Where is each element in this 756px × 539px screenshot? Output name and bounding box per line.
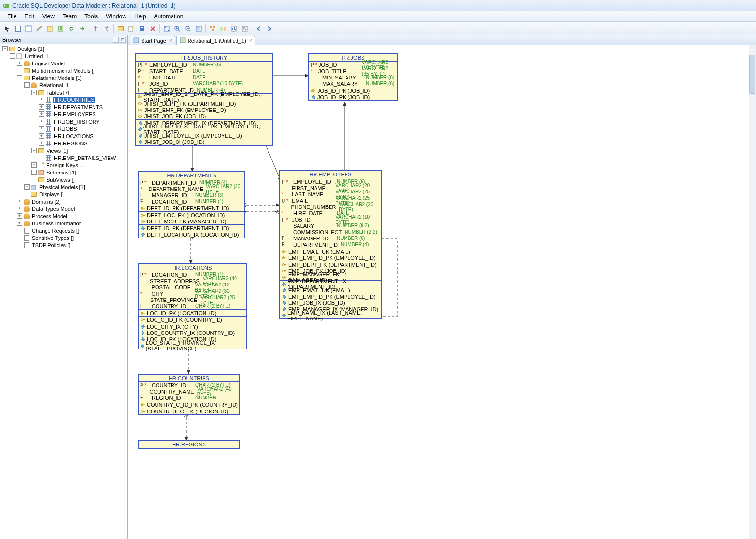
tree-physical-models-1-[interactable]: +Physical Models [1] [0,183,127,190]
entity-countries[interactable]: HR.COUNTRIESP *COUNTRY_IDCHAR (2 BYTE)CO… [138,374,240,415]
new-note-icon[interactable] [45,24,55,33]
vertical-scrollbar[interactable] [749,45,756,539]
tree-domains-2-[interactable]: +Domains [2] [0,198,127,205]
tree-relational-models-1-[interactable]: –Relational Models [1] [0,74,127,81]
forward-icon[interactable] [265,24,274,33]
tree-relational-1[interactable]: –Relational_1 [0,81,127,89]
entity-regions[interactable]: HR.REGIONS [138,440,240,449]
entity-job_history[interactable]: HR.JOB_HISTORYPF *EMPLOYEE_IDNUMBER (6)P… [135,53,273,146]
expander-icon[interactable]: – [24,82,30,88]
tree-hr-countries[interactable]: +HR.COUNTRIES [0,96,127,103]
tree-hr-locations[interactable]: +HR.LOCATIONS [0,132,127,140]
zoom-fit-icon[interactable] [162,24,172,33]
new-table-icon[interactable] [13,24,23,33]
sync-icon[interactable] [66,24,76,33]
entity-employees[interactable]: HR.EMPLOYEESP *EMPLOYEE_IDNUMBER (6)FIRS… [279,170,382,319]
expander-icon[interactable]: – [2,46,8,51]
tree-tables-7-[interactable]: –Tables [7] [0,89,127,96]
diagram-area[interactable]: HR.JOB_HISTORYPF *EMPLOYEE_IDNUMBER (6)P… [128,45,756,539]
menu-edit[interactable]: Edit [20,12,38,21]
new-view-icon[interactable] [24,24,33,33]
browser-tree[interactable]: –Designs [1]–Untitled_1+Logical ModelMul… [0,44,127,539]
tree-business-information[interactable]: +Business Information [0,220,127,227]
scroll-thumb[interactable] [749,55,755,94]
tree-hr-emp-details-view[interactable]: HR.EMP_DETAILS_VIEW [0,154,127,161]
zoom-in-icon[interactable] [173,24,182,33]
expander-icon[interactable]: + [39,119,44,124]
expander-icon[interactable]: + [39,111,44,117]
redo-icon[interactable] [102,24,111,33]
expander-icon[interactable]: + [17,199,22,204]
close-tab-icon[interactable]: × [169,38,172,43]
pointer-icon[interactable] [2,24,12,33]
back-icon[interactable] [254,24,264,33]
menu-window[interactable]: Window [102,12,130,21]
expander-icon[interactable]: + [39,141,44,146]
new-fk-icon[interactable] [34,24,44,33]
tree-hr-employees[interactable]: +HR.EMPLOYEES [0,111,127,118]
app-icon [2,2,10,10]
menu-help[interactable]: Help [130,12,150,21]
undo-icon[interactable] [91,24,101,33]
tab-relational-1-untitled-1-[interactable]: Relational_1 (Untitled_1)× [176,36,255,45]
tree-process-model[interactable]: +Process Model [0,212,127,220]
expander-icon[interactable]: – [32,90,37,95]
tree-change-requests-[interactable]: Change Requests [] [0,227,127,234]
entity-jobs[interactable]: HR.JOBSP *JOB_IDVARCHAR2 (10 BYTE) *JOB_… [308,53,398,101]
generate-ddl-icon[interactable] [56,24,65,33]
tree-multidimensional-models-[interactable]: Multidimensional Models [] [0,67,127,74]
tree-views-1-[interactable]: –Views [1] [0,147,127,154]
auto-layout-icon[interactable] [208,24,218,33]
expander-icon[interactable]: – [10,53,15,59]
menu-file[interactable]: File [3,12,20,21]
menu-view[interactable]: View [38,12,59,21]
tree-hr-regions[interactable]: +HR.REGIONS [0,140,127,147]
expander-icon[interactable]: – [17,75,22,80]
expander-icon[interactable]: + [17,221,22,226]
tree-foreign-keys-[interactable]: +Foreign Keys … [0,161,127,169]
open-icon[interactable] [116,24,126,33]
expander-icon[interactable]: + [32,162,37,168]
tree-logical-model[interactable]: +Logical Model [0,60,127,67]
expander-icon[interactable]: + [39,97,44,102]
entity-locations[interactable]: HR.LOCATIONSP *LOCATION_IDNUMBER (4)STRE… [138,263,247,349]
tree-hr-jobs[interactable]: +HR.JOBS [0,125,127,132]
menu-automation[interactable]: Automation [150,12,188,21]
tree-hr-departments[interactable]: +HR.DEPARTMENTS [0,103,127,111]
delete-icon[interactable] [148,24,158,33]
minimize-pane-icon[interactable]: – [113,37,119,43]
tab-start-page[interactable]: Start Page× [130,36,175,45]
expander-icon[interactable]: + [24,184,30,190]
zoom-out-icon[interactable] [183,24,193,33]
tree-sensitive-types-[interactable]: Sensitive Types [] [0,234,127,241]
expander-icon[interactable]: + [39,133,44,139]
expander-icon[interactable]: + [39,126,44,131]
new-icon[interactable] [126,24,136,33]
tree-untitled-1[interactable]: –Untitled_1 [0,52,127,60]
tree-tsdp-policies-[interactable]: TSDP Policies [] [0,241,127,249]
tree-hr-job-history[interactable]: +HR.JOB_HISTORY [0,118,127,125]
tree-subviews-[interactable]: SubViews [] [0,176,127,183]
save-icon[interactable] [137,24,147,33]
expander-icon[interactable]: + [17,206,22,211]
menu-tools[interactable]: Tools [80,12,102,21]
tree-designs-1-[interactable]: –Designs [1] [0,45,127,52]
tree-schemas-1-[interactable]: +Schemas [1] [0,169,127,176]
entity-departments[interactable]: HR.DEPARTMENTSP *DEPARTMENT_IDNUMBER (4)… [138,171,245,238]
maximize-pane-icon[interactable]: □ [120,37,126,43]
expander-icon[interactable]: + [17,213,22,219]
compare-icon[interactable] [219,24,228,33]
menu-team[interactable]: Team [59,12,80,21]
reports-icon[interactable] [229,24,239,33]
expander-icon[interactable]: + [39,104,44,110]
close-tab-icon[interactable]: × [249,38,252,43]
arrow-right-icon[interactable] [77,24,87,33]
expander-icon[interactable]: – [32,148,37,153]
expander-icon[interactable]: + [32,170,37,175]
tree-data-types-model[interactable]: +Data Types Model [0,205,127,212]
fit-window-icon[interactable] [194,24,204,33]
column-row: FDEPARTMENT_IDNUMBER (4) [280,241,381,248]
expander-icon[interactable]: + [17,61,22,66]
search-icon[interactable] [240,24,250,33]
tree-displays-[interactable]: Displays [] [0,190,127,198]
